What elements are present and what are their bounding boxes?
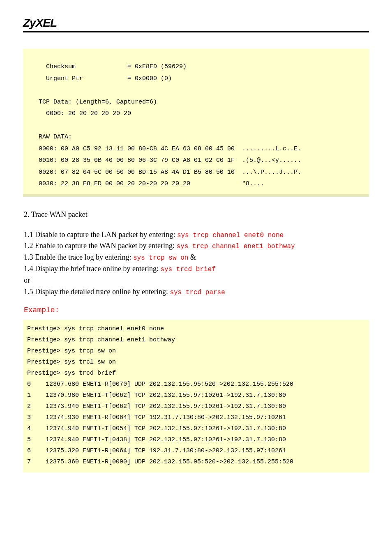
output-line: 1 12370.980 ENET1-T[0062] TCP 202.132.15… <box>27 392 286 399</box>
output-line: Prestige> sys trcd brief <box>27 370 116 377</box>
command-text: sys trcd brief <box>160 266 215 273</box>
dump-line: 0020: 07 82 04 5C 00 50 00 BD-15 A8 4A D… <box>31 169 301 176</box>
dump-line: Urgent Ptr = 0x0000 (0) <box>31 75 172 82</box>
step-line: 1.5 Display the detailed trace online by… <box>24 286 368 298</box>
output-line: 4 12374.940 ENET1-T[0054] TCP 202.132.15… <box>27 425 286 432</box>
dump-line: Checksum = 0xE8ED (59629) <box>31 63 187 70</box>
header-divider <box>23 31 369 32</box>
steps-list: 1.1 Disable to capture the LAN packet by… <box>24 229 368 298</box>
dump-line: 0010: 00 28 35 0B 40 00 80 06-3C 79 C0 A… <box>31 157 301 164</box>
packet-dump-box: Checksum = 0xE8ED (59629) Urgent Ptr = 0… <box>23 49 369 197</box>
command-text: sys trcp sw on <box>133 254 188 262</box>
command-text: sys trcp channel enet1 bothway <box>177 243 295 250</box>
dump-line: RAW DATA: <box>31 134 72 140</box>
step-text: 1.1 Disable to capture the LAN packet by… <box>24 230 177 239</box>
step-line: 1.3 Enable the trace log by entering: sy… <box>24 252 368 263</box>
dump-line: 0030: 22 38 E8 ED 00 00 20 20-20 20 20 2… <box>31 180 264 187</box>
output-line: 7 12375.360 ENET1-R[0090] UDP 202.132.15… <box>27 458 293 465</box>
step-line: 1.4 Display the brief trace online by en… <box>24 263 368 275</box>
example-heading: Example: <box>24 306 368 314</box>
output-line: 0 12367.680 ENET1-R[0070] UDP 202.132.15… <box>27 381 293 388</box>
dump-line: TCP Data: (Length=6, Captured=6) <box>31 99 157 106</box>
output-line: Prestige> sys trcl sw on <box>27 359 116 366</box>
brand-logo: ZyXEL <box>23 16 369 30</box>
output-line: 3 12374.930 ENET1-R[0064] TCP 192.31.7.1… <box>27 414 286 421</box>
step-text: 1.3 Enable the trace log by entering: <box>24 253 133 261</box>
command-text: sys trcd parse <box>170 289 225 296</box>
step-text: & <box>188 253 196 261</box>
output-line: Prestige> sys trcp channel enet0 none <box>27 325 164 332</box>
step-text: 1.2 Enable to capture the WAN packet by … <box>24 242 177 250</box>
step-line: 1.1 Disable to capture the LAN packet by… <box>24 229 368 241</box>
section-heading: 2. Trace WAN packet <box>24 209 368 220</box>
step-text: or <box>24 276 30 284</box>
step-text: 1.4 Display the brief trace online by en… <box>24 265 160 273</box>
output-line: 6 12375.320 ENET1-R[0064] TCP 192.31.7.1… <box>27 447 286 454</box>
output-line: Prestige> sys trcp sw on <box>27 348 116 355</box>
command-text: sys trcp channel enet0 none <box>177 232 284 239</box>
output-line: 5 12374.940 ENET1-T[0438] TCP 202.132.15… <box>27 436 286 443</box>
step-text: 1.5 Display the detailed trace online by… <box>24 288 170 296</box>
step-line: or <box>24 275 368 286</box>
dump-line: 0000: 20 20 20 20 20 20 <box>31 110 131 117</box>
output-line: Prestige> sys trcp channel enet1 bothway <box>27 336 175 343</box>
step-line: 1.2 Enable to capture the WAN packet by … <box>24 240 368 252</box>
example-output-box: Prestige> sys trcp channel enet0 none Pr… <box>23 320 369 472</box>
dump-line: 0000: 00 A0 C5 92 13 11 00 80-C8 4C EA 6… <box>31 145 301 152</box>
output-line: 2 12373.940 ENET1-T[0062] TCP 202.132.15… <box>27 403 286 410</box>
